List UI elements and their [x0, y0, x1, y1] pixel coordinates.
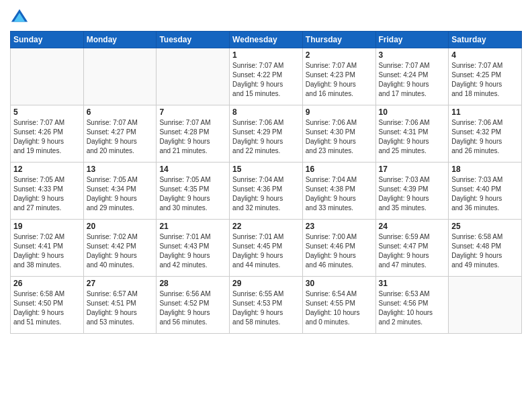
day-number: 16 [306, 165, 373, 174]
day-detail: Sunrise: 6:53 AM Sunset: 4:56 PM Dayligh… [379, 289, 446, 327]
weekday-header-saturday: Saturday [449, 32, 522, 48]
day-detail: Sunrise: 6:58 AM Sunset: 4:48 PM Dayligh… [451, 232, 519, 270]
calendar-cell: 12Sunrise: 7:05 AM Sunset: 4:33 PM Dayli… [11, 163, 84, 220]
day-detail: Sunrise: 7:07 AM Sunset: 4:27 PM Dayligh… [87, 118, 154, 156]
calendar-cell: 23Sunrise: 7:00 AM Sunset: 4:46 PM Dayli… [302, 220, 375, 277]
day-detail: Sunrise: 7:07 AM Sunset: 4:26 PM Dayligh… [13, 118, 81, 156]
weekday-header-thursday: Thursday [302, 32, 375, 48]
calendar-cell: 2Sunrise: 7:07 AM Sunset: 4:23 PM Daylig… [302, 48, 375, 105]
day-number: 3 [379, 50, 446, 60]
day-detail: Sunrise: 7:07 AM Sunset: 4:28 PM Dayligh… [159, 118, 226, 156]
calendar-cell: 17Sunrise: 7:03 AM Sunset: 4:39 PM Dayli… [375, 163, 449, 220]
day-number: 5 [13, 107, 81, 117]
calendar-cell: 20Sunrise: 7:02 AM Sunset: 4:42 PM Dayli… [83, 220, 157, 277]
day-detail: Sunrise: 7:05 AM Sunset: 4:35 PM Dayligh… [159, 175, 226, 213]
day-number: 25 [451, 222, 519, 231]
day-detail: Sunrise: 7:06 AM Sunset: 4:31 PM Dayligh… [379, 118, 446, 156]
calendar-cell [157, 48, 230, 105]
weekday-header-tuesday: Tuesday [157, 32, 230, 48]
day-number: 14 [159, 165, 226, 174]
day-detail: Sunrise: 7:06 AM Sunset: 4:30 PM Dayligh… [306, 118, 373, 156]
calendar-cell: 18Sunrise: 7:03 AM Sunset: 4:40 PM Dayli… [449, 163, 522, 220]
day-number: 28 [159, 279, 226, 288]
weekday-header-friday: Friday [375, 32, 449, 48]
day-number: 30 [306, 279, 373, 288]
week-row-0: 1Sunrise: 7:07 AM Sunset: 4:22 PM Daylig… [11, 48, 522, 105]
day-detail: Sunrise: 7:02 AM Sunset: 4:42 PM Dayligh… [87, 232, 154, 270]
calendar-cell: 10Sunrise: 7:06 AM Sunset: 4:31 PM Dayli… [375, 105, 449, 163]
day-number: 18 [451, 165, 519, 174]
day-number: 9 [306, 107, 373, 117]
calendar-cell [11, 48, 84, 105]
day-number: 17 [379, 165, 446, 174]
day-detail: Sunrise: 6:58 AM Sunset: 4:50 PM Dayligh… [13, 289, 81, 327]
day-detail: Sunrise: 6:59 AM Sunset: 4:47 PM Dayligh… [379, 232, 446, 270]
day-detail: Sunrise: 6:57 AM Sunset: 4:51 PM Dayligh… [87, 289, 154, 327]
day-detail: Sunrise: 7:06 AM Sunset: 4:29 PM Dayligh… [232, 118, 300, 156]
calendar-cell: 5Sunrise: 7:07 AM Sunset: 4:26 PM Daylig… [11, 105, 84, 163]
calendar-cell: 6Sunrise: 7:07 AM Sunset: 4:27 PM Daylig… [83, 105, 157, 163]
calendar-cell: 19Sunrise: 7:02 AM Sunset: 4:41 PM Dayli… [11, 220, 84, 277]
day-number: 23 [306, 222, 373, 231]
day-detail: Sunrise: 7:03 AM Sunset: 4:40 PM Dayligh… [451, 175, 519, 213]
day-detail: Sunrise: 7:02 AM Sunset: 4:41 PM Dayligh… [13, 232, 81, 270]
calendar-cell: 26Sunrise: 6:58 AM Sunset: 4:50 PM Dayli… [11, 277, 84, 334]
day-detail: Sunrise: 6:55 AM Sunset: 4:53 PM Dayligh… [232, 289, 300, 327]
day-number: 31 [379, 279, 446, 288]
calendar-cell: 16Sunrise: 7:04 AM Sunset: 4:38 PM Dayli… [302, 163, 375, 220]
day-detail: Sunrise: 7:01 AM Sunset: 4:43 PM Dayligh… [159, 232, 226, 270]
weekday-header-sunday: Sunday [11, 32, 84, 48]
day-number: 6 [87, 107, 154, 117]
week-row-4: 26Sunrise: 6:58 AM Sunset: 4:50 PM Dayli… [11, 277, 522, 334]
weekday-header-row: SundayMondayTuesdayWednesdayThursdayFrid… [11, 32, 522, 48]
calendar-cell: 21Sunrise: 7:01 AM Sunset: 4:43 PM Dayli… [157, 220, 230, 277]
calendar-cell [83, 48, 157, 105]
calendar-cell: 14Sunrise: 7:05 AM Sunset: 4:35 PM Dayli… [157, 163, 230, 220]
day-detail: Sunrise: 7:07 AM Sunset: 4:24 PM Dayligh… [379, 61, 446, 99]
day-number: 11 [451, 107, 519, 117]
week-row-3: 19Sunrise: 7:02 AM Sunset: 4:41 PM Dayli… [11, 220, 522, 277]
calendar-cell: 31Sunrise: 6:53 AM Sunset: 4:56 PM Dayli… [375, 277, 449, 334]
day-number: 24 [379, 222, 446, 231]
day-number: 10 [379, 107, 446, 117]
day-detail: Sunrise: 7:05 AM Sunset: 4:33 PM Dayligh… [13, 175, 81, 213]
calendar-cell: 28Sunrise: 6:56 AM Sunset: 4:52 PM Dayli… [157, 277, 230, 334]
day-number: 19 [13, 222, 81, 231]
calendar-table: SundayMondayTuesdayWednesdayThursdayFrid… [10, 31, 522, 334]
day-number: 2 [306, 50, 373, 60]
calendar-cell: 1Sunrise: 7:07 AM Sunset: 4:22 PM Daylig… [230, 48, 303, 105]
day-detail: Sunrise: 7:04 AM Sunset: 4:38 PM Dayligh… [306, 175, 373, 213]
day-detail: Sunrise: 7:05 AM Sunset: 4:34 PM Dayligh… [87, 175, 154, 213]
day-detail: Sunrise: 7:00 AM Sunset: 4:46 PM Dayligh… [306, 232, 373, 270]
day-number: 4 [451, 50, 519, 60]
day-detail: Sunrise: 7:06 AM Sunset: 4:32 PM Dayligh… [451, 118, 519, 156]
day-number: 22 [232, 222, 300, 231]
logo [10, 7, 32, 26]
calendar-cell: 15Sunrise: 7:04 AM Sunset: 4:36 PM Dayli… [230, 163, 303, 220]
calendar-cell: 30Sunrise: 6:54 AM Sunset: 4:55 PM Dayli… [302, 277, 375, 334]
day-number: 1 [232, 50, 300, 60]
calendar-cell: 4Sunrise: 7:07 AM Sunset: 4:25 PM Daylig… [449, 48, 522, 105]
calendar-cell: 9Sunrise: 7:06 AM Sunset: 4:30 PM Daylig… [302, 105, 375, 163]
calendar-cell: 3Sunrise: 7:07 AM Sunset: 4:24 PM Daylig… [375, 48, 449, 105]
calendar-cell: 24Sunrise: 6:59 AM Sunset: 4:47 PM Dayli… [375, 220, 449, 277]
day-number: 21 [159, 222, 226, 231]
calendar-cell: 8Sunrise: 7:06 AM Sunset: 4:29 PM Daylig… [230, 105, 303, 163]
calendar-cell: 22Sunrise: 7:01 AM Sunset: 4:45 PM Dayli… [230, 220, 303, 277]
day-detail: Sunrise: 7:07 AM Sunset: 4:23 PM Dayligh… [306, 61, 373, 99]
day-detail: Sunrise: 6:56 AM Sunset: 4:52 PM Dayligh… [159, 289, 226, 327]
calendar-cell: 11Sunrise: 7:06 AM Sunset: 4:32 PM Dayli… [449, 105, 522, 163]
page: SundayMondayTuesdayWednesdayThursdayFrid… [0, 0, 532, 411]
day-number: 20 [87, 222, 154, 231]
day-detail: Sunrise: 7:03 AM Sunset: 4:39 PM Dayligh… [379, 175, 446, 213]
calendar-cell: 29Sunrise: 6:55 AM Sunset: 4:53 PM Dayli… [230, 277, 303, 334]
calendar-cell: 7Sunrise: 7:07 AM Sunset: 4:28 PM Daylig… [157, 105, 230, 163]
day-number: 27 [87, 279, 154, 288]
day-number: 26 [13, 279, 81, 288]
day-detail: Sunrise: 7:07 AM Sunset: 4:25 PM Dayligh… [451, 61, 519, 99]
day-detail: Sunrise: 7:07 AM Sunset: 4:22 PM Dayligh… [232, 61, 300, 99]
calendar-cell: 27Sunrise: 6:57 AM Sunset: 4:51 PM Dayli… [83, 277, 157, 334]
day-number: 8 [232, 107, 300, 117]
day-number: 15 [232, 165, 300, 174]
calendar-cell: 13Sunrise: 7:05 AM Sunset: 4:34 PM Dayli… [83, 163, 157, 220]
